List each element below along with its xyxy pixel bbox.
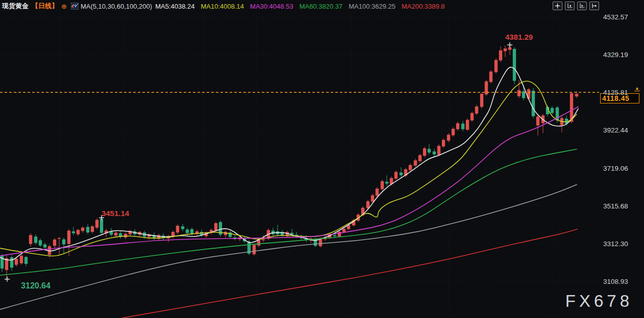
ma100-line [0, 184, 577, 309]
ma-value-label: MA100:3629.25 [349, 3, 395, 10]
axis-tick-label: 3312.30 [603, 240, 628, 248]
jump-to-latest-icon[interactable] [589, 2, 599, 10]
price-axis[interactable]: ▲ 4118.45 4532.574329.194125.813922.4437… [602, 0, 644, 318]
ma200-line [122, 229, 577, 318]
axis-tick-label: 3108.93 [603, 278, 628, 285]
pan-icon[interactable] [553, 2, 562, 10]
ma-value-label: MA60:3820.37 [300, 3, 343, 10]
ma-values: MA5:4038.24MA10:4008.14MA30:4048.53MA60:… [155, 3, 451, 10]
high-low-cross-marker [507, 42, 512, 47]
axis-tick-label: 4532.57 [603, 13, 628, 21]
high-low-cross-marker [5, 277, 10, 282]
ma-value-label: MA30:4048.53 [250, 3, 293, 10]
axis-tick-label: 3719.06 [603, 165, 628, 172]
ma30-line [0, 107, 578, 256]
symbol-name: 现货黄金 [2, 2, 29, 11]
ma-value-label: MA200:3389.8 [402, 3, 445, 10]
price-chart-canvas[interactable]: 4381.293451.143120.64 [0, 0, 644, 318]
axis-tick-label: 4125.81 [603, 89, 628, 96]
scale-left-icon[interactable] [565, 2, 575, 10]
ma-group-label: MA(5,10,30,60,100,200) [81, 3, 152, 10]
axis-tick-label: 4329.19 [603, 51, 628, 59]
period-label[interactable]: 【日线】 [32, 2, 58, 11]
auto-scroll-icon[interactable] [577, 2, 587, 10]
trading-chart-window: 4381.293451.143120.64 FX678 现货黄金 【日线】 ⊕ … [0, 0, 644, 318]
chart-header: 现货黄金 【日线】 ⊕ MA(5,10,30,60,100,200) MA5:4… [0, 0, 644, 12]
ma-value-label: MA5:4038.24 [155, 3, 194, 10]
price-alert-arrow-icon: ▲ [634, 86, 640, 91]
axis-tick-label: 3515.68 [603, 202, 628, 210]
price-annotation: 3451.14 [102, 209, 130, 218]
link-circle-plus-icon[interactable]: ⊕ [61, 3, 67, 10]
ma-indicator-icon [71, 3, 79, 10]
axis-tick-label: 3922.44 [603, 126, 628, 134]
ma-value-label: MA10:4008.14 [201, 3, 244, 10]
price-annotation: 3120.64 [21, 281, 51, 290]
candles-layer [1, 45, 578, 279]
price-annotation: 4381.29 [505, 33, 533, 41]
chart-toolbar [553, 2, 599, 10]
